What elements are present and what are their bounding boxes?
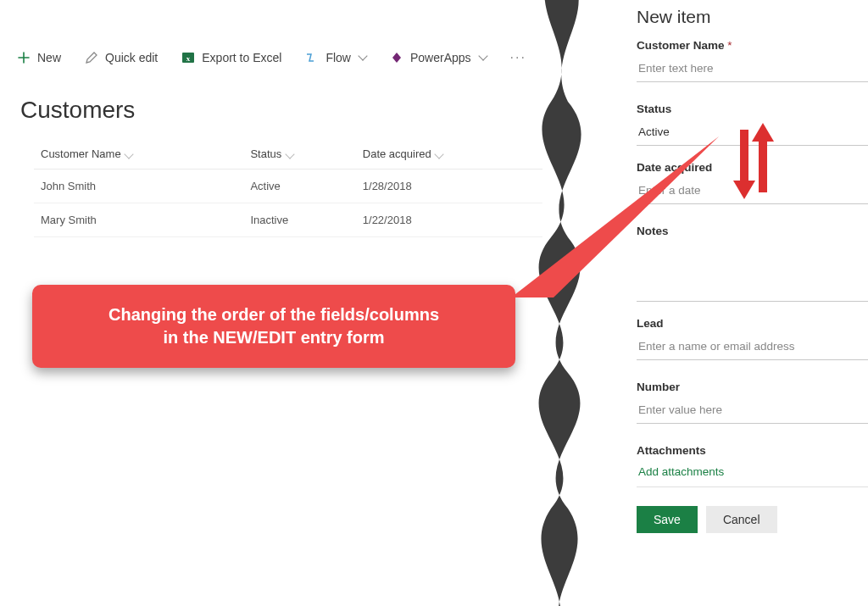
chevron-down-icon bbox=[285, 149, 294, 158]
excel-icon: x bbox=[181, 51, 195, 64]
new-button[interactable]: New bbox=[17, 51, 61, 64]
flow-icon bbox=[305, 51, 319, 64]
quick-edit-label: Quick edit bbox=[105, 51, 158, 64]
chevron-down-icon bbox=[435, 149, 444, 158]
lead-input[interactable] bbox=[637, 335, 868, 360]
cell-name: John Smith bbox=[34, 170, 243, 203]
cancel-button[interactable]: Cancel bbox=[706, 506, 777, 533]
cell-status: Active bbox=[243, 170, 355, 203]
field-label-number: Number bbox=[637, 381, 868, 393]
export-label: Export to Excel bbox=[202, 51, 281, 64]
more-actions-button[interactable]: ··· bbox=[510, 50, 526, 65]
field-label-status: Status bbox=[637, 103, 868, 115]
flow-button[interactable]: Flow bbox=[305, 51, 366, 64]
svg-marker-6 bbox=[511, 136, 719, 297]
export-excel-button[interactable]: x Export to Excel bbox=[181, 51, 281, 64]
column-header-label: Date acquired bbox=[363, 147, 431, 160]
flow-label: Flow bbox=[326, 51, 351, 64]
panel-title: New item bbox=[637, 7, 868, 27]
field-label-attachments: Attachments bbox=[637, 444, 868, 457]
table-row[interactable]: John Smith Active 1/28/2018 bbox=[34, 170, 542, 203]
chevron-down-icon bbox=[125, 149, 134, 158]
column-header-name[interactable]: Customer Name bbox=[34, 139, 243, 170]
column-header-label: Customer Name bbox=[41, 147, 121, 160]
powerapps-icon bbox=[390, 51, 403, 64]
plus-icon bbox=[17, 51, 31, 64]
powerapps-label: PowerApps bbox=[410, 51, 471, 64]
customer-name-input[interactable] bbox=[637, 57, 868, 82]
callout-text-line2: in the NEW/EDIT entry form bbox=[58, 326, 490, 349]
chevron-down-icon bbox=[478, 51, 487, 60]
save-button[interactable]: Save bbox=[637, 506, 698, 533]
svg-text:x: x bbox=[186, 54, 191, 63]
add-attachments-link[interactable]: Add attachments bbox=[637, 462, 868, 487]
customers-table: Customer Name Status Date acquired John … bbox=[34, 139, 542, 237]
new-label: New bbox=[37, 51, 61, 64]
field-label-lead: Lead bbox=[637, 317, 868, 330]
required-star-icon: * bbox=[727, 39, 732, 52]
powerapps-button[interactable]: PowerApps bbox=[390, 51, 487, 64]
pencil-icon bbox=[85, 51, 98, 64]
field-label-customer-name: Customer Name * bbox=[637, 39, 868, 52]
command-bar: New Quick edit x Export to Excel Flow bbox=[17, 34, 534, 81]
cell-status: Inactive bbox=[243, 203, 355, 237]
column-header-status[interactable]: Status bbox=[243, 139, 355, 170]
column-header-label: Status bbox=[250, 147, 281, 160]
number-input[interactable] bbox=[637, 398, 868, 424]
table-row[interactable]: Mary Smith Inactive 1/22/2018 bbox=[34, 203, 542, 237]
callout-text-line1: Changing the order of the fields/columns bbox=[58, 303, 490, 326]
cell-name: Mary Smith bbox=[34, 203, 243, 237]
form-button-row: Save Cancel bbox=[637, 506, 868, 533]
chevron-down-icon bbox=[358, 51, 367, 60]
callout-box: Changing the order of the fields/columns… bbox=[32, 285, 515, 368]
page-title: Customers bbox=[17, 97, 534, 124]
callout-annotation: Changing the order of the fields/columns… bbox=[32, 285, 515, 368]
quick-edit-button[interactable]: Quick edit bbox=[85, 51, 158, 64]
